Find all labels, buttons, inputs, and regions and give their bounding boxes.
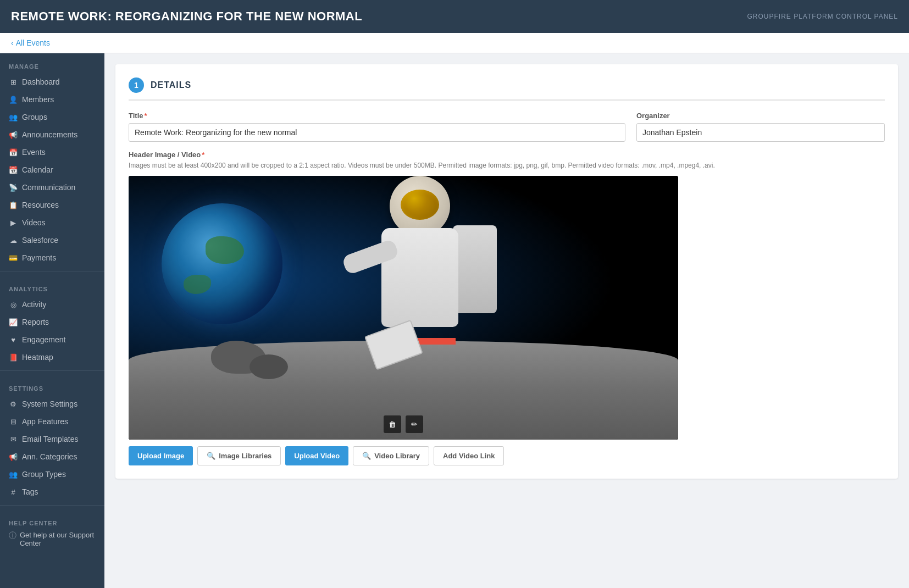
sidebar-item-label: System Settings [22, 400, 77, 408]
action-buttons: Upload Image 🔍 Image Libraries Upload Vi… [129, 446, 885, 465]
add-video-link-button[interactable]: Add Video Link [434, 446, 504, 465]
salesforce-icon: ☁ [9, 236, 18, 245]
image-libraries-button[interactable]: 🔍 Image Libraries [197, 446, 281, 465]
sidebar-item-events[interactable]: 📅 Events [0, 143, 104, 161]
search-icon-1: 🔍 [207, 452, 215, 460]
announcements-icon: 📢 [9, 131, 18, 139]
sidebar-item-groups[interactable]: 👥 Groups [0, 108, 104, 126]
sidebar-item-label: App Features [22, 417, 68, 426]
sidebar-item-label: Payments [22, 253, 56, 262]
groups-icon: 👥 [9, 113, 18, 121]
upload-image-button[interactable]: Upload Image [129, 446, 193, 465]
help-icon: ⓘ [9, 531, 16, 541]
settings-section-label: SETTINGS [0, 375, 104, 395]
main-content: 1 DETAILS Title* Organizer [104, 53, 909, 588]
sidebar-divider-2 [0, 370, 104, 371]
sidebar-item-label: Announcements [22, 130, 77, 139]
sidebar-item-payments[interactable]: 💳 Payments [0, 249, 104, 267]
sidebar-item-label: Activity [22, 300, 46, 309]
sidebar-item-communication[interactable]: 📡 Communication [0, 179, 104, 196]
header-image-section: Header Image / Video* Images must be at … [129, 151, 885, 465]
organizer-input[interactable] [636, 123, 885, 142]
sidebar-item-engagement[interactable]: ♥ Engagement [0, 331, 104, 348]
section-header: 1 DETAILS [129, 77, 885, 101]
sidebar: MANAGE ⊞ Dashboard 👤 Members 👥 Groups 📢 … [0, 53, 104, 588]
sidebar-item-videos[interactable]: ▶ Videos [0, 214, 104, 231]
sidebar-item-label: Groups [22, 113, 47, 121]
sidebar-item-ann-categories[interactable]: 📢 Ann. Categories [0, 448, 104, 465]
header-image-label: Header Image / Video* [129, 151, 885, 159]
help-center-link[interactable]: ⓘ Get help at our Support Center [9, 531, 96, 547]
breadcrumb-link[interactable]: All Events [16, 38, 50, 47]
earth-land-1 [206, 236, 244, 264]
sidebar-item-calendar[interactable]: 📆 Calendar [0, 161, 104, 179]
help-center-label: HELP CENTER [9, 520, 96, 526]
sidebar-item-app-features[interactable]: ⊟ App Features [0, 413, 104, 430]
sidebar-item-reports[interactable]: 📈 Reports [0, 313, 104, 331]
image-hint: Images must be at least 400x200 and will… [129, 161, 885, 170]
communication-icon: 📡 [9, 184, 18, 192]
laptop [364, 320, 423, 370]
sidebar-item-label: Ann. Categories [22, 452, 77, 461]
video-library-button[interactable]: 🔍 Video Library [353, 446, 429, 465]
form-row-title-organizer: Title* Organizer [129, 112, 885, 142]
tags-icon: # [9, 488, 18, 496]
earth [162, 203, 282, 324]
manage-section-label: MANAGE [0, 53, 104, 73]
delete-image-button[interactable]: 🗑 [384, 415, 401, 433]
sidebar-item-tags[interactable]: # Tags [0, 483, 104, 501]
header-image-required: * [202, 151, 204, 159]
sidebar-item-activity[interactable]: ◎ Activity [0, 296, 104, 313]
group-types-icon: 👥 [9, 470, 18, 479]
form-card: 1 DETAILS Title* Organizer [115, 64, 898, 479]
page-title: REMOTE WORK: REORGANIZING FOR THE NEW NO… [11, 9, 362, 24]
astro-visor [401, 190, 439, 220]
earth-land-2 [184, 275, 211, 294]
search-icon-2: 🔍 [362, 452, 371, 460]
sidebar-item-members[interactable]: 👤 Members [0, 91, 104, 108]
sidebar-item-salesforce[interactable]: ☁ Salesforce [0, 231, 104, 249]
sidebar-item-label: Tags [22, 487, 38, 496]
sidebar-item-email-templates[interactable]: ✉ Email Templates [0, 430, 104, 448]
sidebar-item-label: Videos [22, 218, 46, 227]
app-features-icon: ⊟ [9, 418, 18, 426]
top-header: REMOTE WORK: REORGANIZING FOR THE NEW NO… [0, 0, 909, 33]
sidebar-item-system-settings[interactable]: ⚙ System Settings [0, 395, 104, 413]
sidebar-item-label: Email Templates [22, 435, 78, 443]
sidebar-item-group-types[interactable]: 👥 Group Types [0, 465, 104, 483]
ann-categories-icon: 📢 [9, 453, 18, 461]
sidebar-item-heatmap[interactable]: 📕 Heatmap [0, 348, 104, 366]
help-center: HELP CENTER ⓘ Get help at our Support Ce… [0, 511, 104, 556]
sidebar-item-label: Calendar [22, 165, 53, 174]
image-preview [129, 176, 678, 440]
sidebar-item-announcements[interactable]: 📢 Announcements [0, 126, 104, 143]
title-label: Title* [129, 112, 625, 120]
reports-icon: 📈 [9, 318, 18, 326]
system-settings-icon: ⚙ [9, 400, 18, 408]
analytics-section-label: ANALYTICS [0, 276, 104, 296]
image-overlay-actions: 🗑 ✏ [384, 415, 423, 433]
activity-icon: ◎ [9, 301, 18, 309]
resources-icon: 📋 [9, 201, 18, 209]
title-input[interactable] [129, 123, 625, 142]
title-required: * [145, 112, 147, 120]
sidebar-divider-1 [0, 271, 104, 271]
calendar-icon: 📆 [9, 166, 18, 174]
sidebar-item-dashboard[interactable]: ⊞ Dashboard [0, 73, 104, 91]
sub-header: ‹ All Events [0, 33, 909, 53]
organizer-label: Organizer [636, 112, 885, 120]
events-icon: 📅 [9, 148, 18, 157]
engagement-icon: ♥ [9, 336, 18, 344]
edit-image-button[interactable]: ✏ [406, 415, 423, 433]
heatmap-icon: 📕 [9, 353, 18, 362]
astronaut [337, 176, 502, 385]
sidebar-item-resources[interactable]: 📋 Resources [0, 196, 104, 214]
sidebar-item-label: Group Types [22, 470, 66, 479]
sidebar-item-label: Dashboard [22, 77, 60, 86]
rock-2 [250, 354, 288, 379]
sidebar-item-label: Engagement [22, 335, 65, 344]
platform-label: GROUPFIRE PLATFORM CONTROL PANEL [747, 13, 898, 20]
upload-video-button[interactable]: Upload Video [285, 446, 348, 465]
sidebar-item-label: Salesforce [22, 236, 58, 245]
astro-backpack [453, 225, 497, 313]
